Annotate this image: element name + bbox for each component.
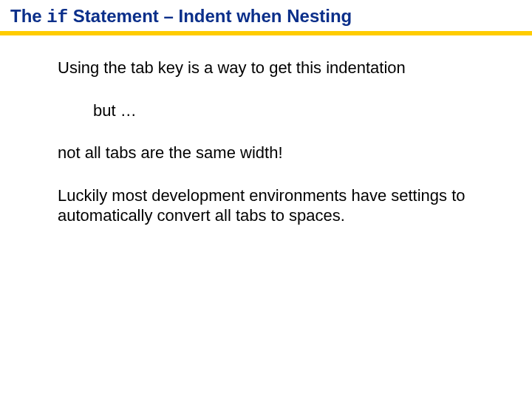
body-paragraph-3: not all tabs are the same width! (58, 143, 488, 163)
slide-title: The if Statement – Indent when Nesting (10, 6, 522, 29)
slide: The if Statement – Indent when Nesting U… (0, 0, 532, 399)
body-paragraph-1: Using the tab key is a way to get this i… (58, 58, 488, 78)
title-code: if (47, 7, 68, 27)
body-paragraph-2: but … (93, 100, 488, 121)
body-paragraph-4: Luckily most development environments ha… (58, 185, 488, 226)
title-underline (0, 31, 532, 35)
title-pre: The (10, 6, 47, 26)
slide-body: Using the tab key is a way to get this i… (58, 58, 488, 248)
title-post: Statement – Indent when Nesting (68, 6, 352, 26)
